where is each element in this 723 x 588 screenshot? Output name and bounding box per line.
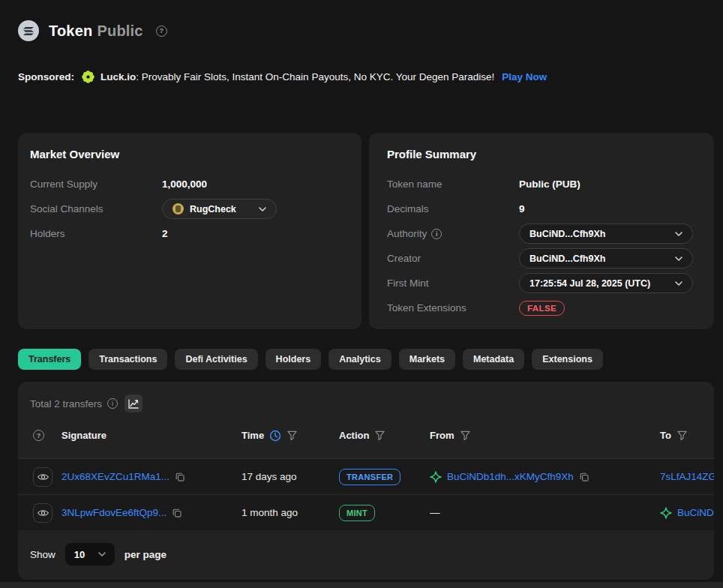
market-overview-title: Market Overview bbox=[30, 148, 350, 160]
info-cards: Market Overview Current Supply 1,000,000… bbox=[18, 133, 714, 329]
page-title-type: Token bbox=[49, 22, 92, 39]
chart-view-button[interactable] bbox=[124, 394, 142, 412]
sponsored-text: Luck.io: Provably Fair Slots, Instant On… bbox=[100, 71, 494, 82]
sparkle-icon bbox=[660, 507, 672, 519]
signature-cell: 2Ux68XEvZCu1RMa1... bbox=[62, 471, 242, 482]
sponsored-banner: Sponsored: Luck.io: Provably Fair Slots,… bbox=[18, 70, 705, 83]
tab-metadata[interactable]: Metadata bbox=[463, 349, 524, 370]
action-cell: MINT bbox=[339, 505, 430, 521]
chevron-down-icon bbox=[98, 552, 106, 556]
transfer-row: 2Ux68XEvZCu1RMa1... 17 days ago TRANSFER… bbox=[18, 458, 714, 494]
sponsored-label: Sponsored: bbox=[18, 71, 74, 82]
tab-analytics[interactable]: Analytics bbox=[328, 349, 392, 370]
current-supply-label: Current Supply bbox=[30, 178, 162, 190]
sponsored-message: : Provably Fair Slots, Instant On-Chain … bbox=[136, 71, 494, 82]
authority-dropdown[interactable]: BuCiND...Cfh9Xh bbox=[519, 224, 693, 244]
play-now-link[interactable]: Play Now bbox=[502, 71, 547, 82]
question-icon[interactable]: ? bbox=[33, 430, 44, 441]
tab-bar: Transfers Transactions Defi Activities H… bbox=[18, 349, 705, 370]
filter-icon[interactable] bbox=[374, 430, 386, 441]
chevron-down-icon bbox=[259, 207, 266, 212]
to-cell: 7sLfAJ14ZG... bbox=[660, 471, 714, 482]
current-supply-row: Current Supply 1,000,000 bbox=[30, 172, 350, 196]
row-eye-cell bbox=[30, 503, 62, 523]
authority-value: BuCiND...Cfh9Xh bbox=[530, 229, 605, 239]
filter-icon[interactable] bbox=[676, 430, 688, 441]
token-name-label: Token name bbox=[387, 178, 519, 190]
token-extensions-label: Token Extensions bbox=[387, 302, 519, 314]
tab-transactions[interactable]: Transactions bbox=[88, 349, 167, 370]
sparkle-icon bbox=[430, 471, 442, 483]
copy-icon[interactable] bbox=[579, 472, 590, 482]
column-time-label: Time bbox=[242, 430, 264, 441]
transfers-total-line: Total 2 transfers i bbox=[18, 382, 714, 412]
filter-icon[interactable] bbox=[460, 430, 471, 441]
signature-link[interactable]: 2Ux68XEvZCu1RMa1... bbox=[62, 471, 170, 482]
filter-icon[interactable] bbox=[286, 430, 298, 441]
creator-row: Creator BuCiND...Cfh9Xh bbox=[387, 246, 696, 271]
from-empty-dash: — bbox=[430, 507, 440, 518]
social-channels-label: Social Channels bbox=[30, 203, 162, 214]
eye-icon bbox=[38, 472, 49, 482]
time-cell: 1 month ago bbox=[242, 507, 339, 518]
eye-preview-button[interactable] bbox=[33, 503, 52, 523]
transfers-table-header: ? Signature Time Action bbox=[18, 412, 714, 458]
social-channels-row: Social Channels RugCheck bbox=[30, 196, 350, 221]
mint-badge: MINT bbox=[339, 505, 375, 521]
signature-link[interactable]: 3NLpwFdovEe6ftQp9... bbox=[62, 507, 166, 518]
copy-icon[interactable] bbox=[172, 508, 182, 518]
token-extensions-row: Token Extensions FALSE bbox=[387, 296, 696, 320]
authority-label: Authority i bbox=[387, 228, 519, 239]
rugcheck-dropdown[interactable]: RugCheck bbox=[162, 199, 277, 219]
from-cell: — bbox=[430, 507, 660, 518]
page-title-token-name: Public bbox=[97, 22, 142, 39]
row-eye-cell bbox=[30, 467, 62, 487]
token-extensions-badge: FALSE bbox=[519, 301, 565, 316]
pagination-bar: Show 10 per page bbox=[18, 530, 714, 566]
holders-value: 2 bbox=[162, 228, 168, 239]
column-signature: Signature bbox=[62, 430, 242, 441]
tab-holders[interactable]: Holders bbox=[266, 349, 322, 370]
market-overview-card: Market Overview Current Supply 1,000,000… bbox=[18, 133, 362, 329]
column-from: From bbox=[430, 430, 660, 441]
column-time: Time bbox=[242, 430, 339, 442]
trend-chart-icon bbox=[128, 399, 139, 409]
per-page-label: per page bbox=[124, 549, 166, 560]
show-label: Show bbox=[30, 549, 56, 560]
first-mint-label: First Mint bbox=[387, 278, 519, 289]
time-cell: 17 days ago bbox=[242, 471, 339, 482]
eye-preview-button[interactable] bbox=[33, 467, 52, 487]
rugcheck-icon bbox=[172, 203, 184, 214]
column-to-label: To bbox=[660, 430, 671, 441]
help-icon[interactable]: ? bbox=[156, 26, 167, 37]
to-address-link[interactable]: BuCiNDb1... bbox=[677, 507, 714, 518]
to-address-link[interactable]: 7sLfAJ14ZG... bbox=[660, 471, 714, 482]
authority-info-icon[interactable]: i bbox=[431, 229, 442, 239]
first-mint-row: First Mint 17:25:54 Jul 28, 2025 (UTC) bbox=[387, 271, 696, 296]
transfer-row: 3NLpwFdovEe6ftQp9... 1 month ago MINT — … bbox=[18, 494, 714, 530]
from-cell: BuCiNDb1dh...xKMyCfh9Xh bbox=[430, 471, 660, 483]
authority-label-text: Authority bbox=[387, 228, 427, 239]
decimals-label: Decimals bbox=[387, 203, 519, 214]
info-icon[interactable]: i bbox=[107, 398, 118, 409]
token-page: TokenPublic ? Sponsored: Luck.io: Provab… bbox=[0, 0, 723, 588]
column-to: To bbox=[660, 430, 714, 441]
first-mint-dropdown[interactable]: 17:25:54 Jul 28, 2025 (UTC) bbox=[519, 273, 693, 293]
copy-icon[interactable] bbox=[175, 472, 185, 482]
holders-row: Holders 2 bbox=[30, 221, 350, 246]
sponsored-brand: Luck.io bbox=[100, 71, 136, 82]
clock-icon[interactable] bbox=[269, 430, 281, 442]
transfers-panel: Total 2 transfers i ? Signature Time bbox=[18, 382, 714, 580]
creator-label: Creator bbox=[387, 253, 519, 264]
transfer-badge: TRANSFER bbox=[339, 469, 400, 485]
tab-extensions[interactable]: Extensions bbox=[532, 349, 603, 370]
from-address-link[interactable]: BuCiNDb1dh...xKMyCfh9Xh bbox=[447, 471, 574, 482]
chevron-down-icon bbox=[675, 232, 682, 236]
tab-markets[interactable]: Markets bbox=[399, 349, 455, 370]
creator-dropdown[interactable]: BuCiND...Cfh9Xh bbox=[519, 248, 693, 268]
row-help-column: ? bbox=[30, 430, 62, 441]
tab-defi-activities[interactable]: Defi Activities bbox=[175, 349, 257, 370]
page-size-select[interactable]: 10 bbox=[65, 543, 115, 566]
tab-transfers[interactable]: Transfers bbox=[18, 349, 81, 370]
page-title: TokenPublic bbox=[49, 22, 143, 40]
